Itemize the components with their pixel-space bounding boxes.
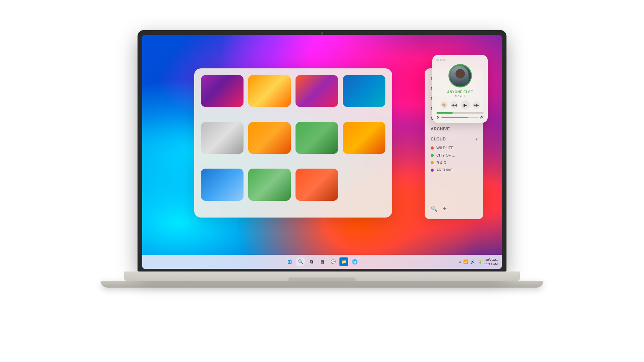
volume-bar[interactable] [441, 117, 479, 118]
volume-fill [441, 117, 468, 118]
city-dot [431, 154, 434, 157]
task-view-icon[interactable]: ⧉ [307, 257, 316, 266]
camera-dot [321, 32, 323, 35]
screen: DESKTOP DOWNLOADS DOCUMENTS PHOTOS MISC … [142, 35, 502, 269]
volume-max-icon: 🔊 [480, 115, 484, 119]
search-taskbar-icon[interactable]: 🔍 [296, 257, 305, 266]
photo-thumb-8[interactable] [343, 122, 385, 154]
taskbar-center: ⊞ 🔍 ⧉ ▦ 💬 📁 🌐 [285, 257, 359, 266]
taskbar: ⊞ 🔍 ⧉ ▦ 💬 📁 🌐 ∧ 📶 🔊 🔋 10/20/2111:11 AM [142, 255, 502, 269]
color-wheel-icon[interactable]: 🎨 [440, 101, 448, 109]
laptop-shell: DESKTOP DOWNLOADS DOCUMENTS PHOTOS MISC … [121, 30, 523, 332]
photo-thumb-10[interactable] [248, 169, 291, 200]
wifi-icon: 📶 [463, 259, 468, 264]
photo-thumb-6[interactable] [248, 122, 291, 154]
widgets-icon[interactable]: ▦ [318, 257, 327, 266]
music-progress-fill [436, 112, 453, 114]
volume-row: 🔈 🔊 [436, 115, 484, 119]
wildlife-label: WILDLIFE ... [436, 146, 458, 150]
search-icon[interactable]: 🔍 [431, 205, 437, 212]
battery-icon: 🔋 [477, 259, 482, 264]
photo-thumb-3[interactable] [296, 75, 338, 107]
music-avatar [448, 64, 472, 87]
empty-cell [343, 169, 385, 211]
rd-dot [431, 161, 434, 164]
music-song-title: ANYONE ELSE [436, 90, 484, 94]
volume-icon: 🔈 [436, 115, 440, 119]
taskbar-datetime: 10/20/2111:11 AM [484, 257, 498, 266]
music-progress-bar[interactable] [436, 112, 484, 114]
speaker-icon[interactable]: 🔊 [470, 259, 475, 264]
sidebar-cloud-rd[interactable]: R & D [425, 159, 483, 166]
chevron-down-icon: ▾ [476, 137, 478, 141]
sidebar-cloud-city[interactable]: CITY OF ... [425, 152, 483, 159]
edge-browser-icon[interactable]: 🌐 [350, 257, 359, 266]
archive-label: ARCHIVE [436, 168, 453, 172]
prev-button[interactable]: ◀◀ [450, 101, 458, 109]
next-button[interactable]: ▶▶ [473, 101, 480, 109]
play-button[interactable]: ▶ [461, 100, 470, 110]
sidebar-bottom-bar: 🔍 + [425, 202, 483, 215]
taskbar-right: ∧ 📶 🔊 🔋 10/20/2111:11 AM [459, 257, 498, 266]
archive-dot [431, 169, 434, 172]
city-label: CITY OF ... [436, 153, 455, 157]
photo-thumb-7[interactable] [296, 122, 338, 154]
sidebar-item-archive[interactable]: ARCHIVE [425, 124, 483, 134]
sidebar-cloud-toggle[interactable]: CLOUD ▾ [425, 134, 483, 144]
cloud-label: CLOUD [431, 137, 446, 141]
add-icon[interactable]: + [443, 205, 447, 213]
sidebar-cloud-wildlife[interactable]: WILDLIFE ... [425, 144, 483, 152]
window-controls [436, 59, 484, 61]
music-artist: MXVFT [436, 94, 484, 98]
file-manager-panel [194, 68, 392, 218]
photo-thumb-9[interactable] [201, 169, 244, 200]
laptop-notch [288, 278, 356, 281]
mp-dot-3 [443, 59, 445, 61]
laptop-base-top [124, 272, 520, 281]
tray-chevron-icon[interactable]: ∧ [459, 260, 461, 264]
photo-thumb-11[interactable] [296, 169, 338, 200]
rd-label: R & D [436, 161, 446, 165]
avatar-head [455, 69, 465, 78]
file-explorer-icon[interactable]: 📁 [339, 257, 348, 266]
mp-dot-2 [440, 59, 442, 61]
photo-thumb-1[interactable] [201, 75, 244, 107]
photo-thumb-2[interactable] [248, 75, 291, 107]
music-controls: 🎨 ◀◀ ▶ ▶▶ [436, 100, 484, 110]
chat-icon[interactable]: 💬 [329, 257, 337, 266]
laptop-base-bottom [101, 281, 543, 288]
music-player-popup: ANYONE ELSE MXVFT 🎨 ◀◀ ▶ ▶▶ 🔈 [432, 55, 488, 123]
windows-start-button[interactable]: ⊞ [285, 257, 294, 266]
wildlife-dot [431, 146, 434, 149]
photo-thumb-5[interactable] [201, 122, 244, 154]
sidebar-cloud-archive[interactable]: ARCHIVE [425, 166, 483, 174]
photo-thumb-4[interactable] [343, 75, 385, 107]
screen-bezel: DESKTOP DOWNLOADS DOCUMENTS PHOTOS MISC … [138, 30, 506, 272]
mp-dot-1 [436, 59, 439, 61]
